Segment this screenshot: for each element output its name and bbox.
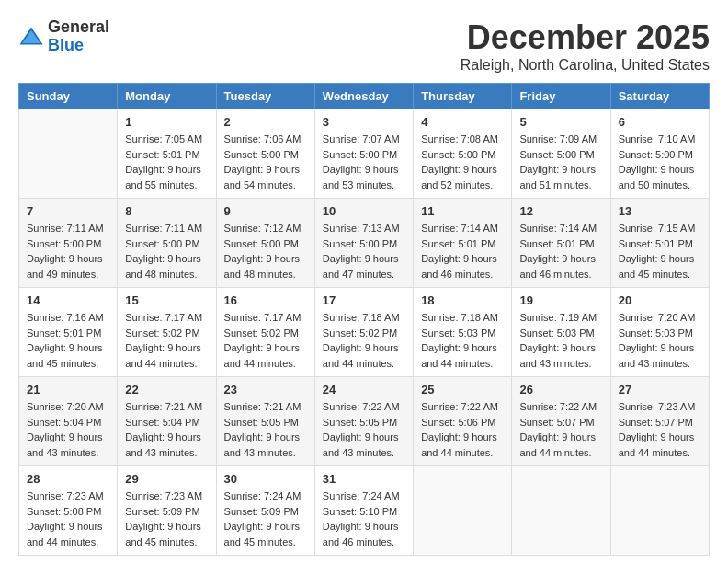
calendar-cell: 3Sunrise: 7:07 AMSunset: 5:00 PMDaylight… xyxy=(314,109,413,199)
day-of-week-header: Tuesday xyxy=(216,84,314,109)
day-of-week-header: Friday xyxy=(512,84,610,109)
calendar-cell: 5Sunrise: 7:09 AMSunset: 5:00 PMDaylight… xyxy=(512,109,610,199)
calendar-cell: 31Sunrise: 7:24 AMSunset: 5:10 PMDayligh… xyxy=(314,466,413,556)
day-info: Sunrise: 7:06 AMSunset: 5:00 PMDaylight:… xyxy=(224,132,307,192)
calendar-cell: 29Sunrise: 7:23 AMSunset: 5:09 PMDayligh… xyxy=(118,466,216,556)
day-of-week-header: Saturday xyxy=(610,84,709,109)
day-number: 13 xyxy=(619,204,701,218)
day-number: 4 xyxy=(421,115,504,129)
day-info: Sunrise: 7:20 AMSunset: 5:03 PMDaylight:… xyxy=(619,310,701,371)
day-info: Sunrise: 7:07 AMSunset: 5:00 PMDaylight:… xyxy=(323,132,405,192)
page-header: General Blue December 2025 Raleigh, Nort… xyxy=(18,18,710,74)
logo-text: General Blue xyxy=(48,18,109,55)
calendar-cell: 18Sunrise: 7:18 AMSunset: 5:03 PMDayligh… xyxy=(414,288,512,377)
days-of-week-row: SundayMondayTuesdayWednesdayThursdayFrid… xyxy=(19,84,710,109)
day-info: Sunrise: 7:10 AMSunset: 5:00 PMDaylight:… xyxy=(619,132,701,192)
day-number: 8 xyxy=(125,204,208,218)
day-number: 21 xyxy=(27,383,109,396)
logo-icon xyxy=(18,24,44,50)
day-info: Sunrise: 7:12 AMSunset: 5:00 PMDaylight:… xyxy=(224,221,307,282)
calendar-cell: 2Sunrise: 7:06 AMSunset: 5:00 PMDaylight… xyxy=(216,109,314,199)
location: Raleigh, North Carolina, United States xyxy=(461,57,710,74)
calendar-cell xyxy=(512,466,610,556)
day-number: 12 xyxy=(519,204,602,218)
day-number: 9 xyxy=(224,204,307,218)
calendar-cell: 16Sunrise: 7:17 AMSunset: 5:02 PMDayligh… xyxy=(216,288,314,377)
calendar-cell: 24Sunrise: 7:22 AMSunset: 5:05 PMDayligh… xyxy=(314,377,413,466)
calendar-cell: 11Sunrise: 7:14 AMSunset: 5:01 PMDayligh… xyxy=(414,199,512,288)
calendar-cell: 1Sunrise: 7:05 AMSunset: 5:01 PMDaylight… xyxy=(118,109,216,199)
day-info: Sunrise: 7:08 AMSunset: 5:00 PMDaylight:… xyxy=(421,132,504,192)
calendar-cell: 4Sunrise: 7:08 AMSunset: 5:00 PMDaylight… xyxy=(414,109,512,199)
day-number: 23 xyxy=(224,383,307,396)
day-info: Sunrise: 7:18 AMSunset: 5:02 PMDaylight:… xyxy=(323,310,405,371)
calendar-cell: 8Sunrise: 7:11 AMSunset: 5:00 PMDaylight… xyxy=(118,199,216,288)
day-info: Sunrise: 7:11 AMSunset: 5:00 PMDaylight:… xyxy=(125,221,208,282)
logo-blue: Blue xyxy=(48,37,109,55)
day-number: 5 xyxy=(519,115,602,129)
calendar-cell: 26Sunrise: 7:22 AMSunset: 5:07 PMDayligh… xyxy=(512,377,610,466)
calendar-cell: 13Sunrise: 7:15 AMSunset: 5:01 PMDayligh… xyxy=(610,199,709,288)
day-of-week-header: Wednesday xyxy=(314,84,413,109)
day-info: Sunrise: 7:17 AMSunset: 5:02 PMDaylight:… xyxy=(224,310,307,371)
day-of-week-header: Sunday xyxy=(19,84,118,109)
day-number: 1 xyxy=(125,115,208,129)
day-info: Sunrise: 7:14 AMSunset: 5:01 PMDaylight:… xyxy=(519,221,602,282)
calendar-cell: 10Sunrise: 7:13 AMSunset: 5:00 PMDayligh… xyxy=(314,199,413,288)
calendar-cell: 14Sunrise: 7:16 AMSunset: 5:01 PMDayligh… xyxy=(19,288,118,377)
calendar-cell: 28Sunrise: 7:23 AMSunset: 5:08 PMDayligh… xyxy=(19,466,118,556)
day-of-week-header: Thursday xyxy=(414,84,512,109)
calendar-week-row: 28Sunrise: 7:23 AMSunset: 5:08 PMDayligh… xyxy=(19,466,710,556)
calendar-cell: 25Sunrise: 7:22 AMSunset: 5:06 PMDayligh… xyxy=(414,377,512,466)
day-number: 20 xyxy=(619,293,701,307)
day-number: 31 xyxy=(323,472,405,486)
day-info: Sunrise: 7:17 AMSunset: 5:02 PMDaylight:… xyxy=(125,310,208,371)
day-number: 29 xyxy=(125,472,208,486)
calendar-body: 1Sunrise: 7:05 AMSunset: 5:01 PMDaylight… xyxy=(19,109,710,556)
calendar-cell: 9Sunrise: 7:12 AMSunset: 5:00 PMDaylight… xyxy=(216,199,314,288)
day-number: 7 xyxy=(27,204,109,218)
day-info: Sunrise: 7:21 AMSunset: 5:05 PMDaylight:… xyxy=(224,399,307,460)
calendar-cell xyxy=(610,466,709,556)
day-info: Sunrise: 7:13 AMSunset: 5:00 PMDaylight:… xyxy=(323,221,405,282)
calendar-cell: 15Sunrise: 7:17 AMSunset: 5:02 PMDayligh… xyxy=(118,288,216,377)
day-number: 3 xyxy=(323,115,405,129)
day-number: 19 xyxy=(519,293,602,307)
day-info: Sunrise: 7:23 AMSunset: 5:07 PMDaylight:… xyxy=(619,399,701,460)
day-info: Sunrise: 7:19 AMSunset: 5:03 PMDaylight:… xyxy=(519,310,602,371)
calendar-week-row: 21Sunrise: 7:20 AMSunset: 5:04 PMDayligh… xyxy=(19,377,710,466)
day-number: 28 xyxy=(27,472,109,486)
calendar-week-row: 14Sunrise: 7:16 AMSunset: 5:01 PMDayligh… xyxy=(19,288,710,377)
day-info: Sunrise: 7:23 AMSunset: 5:08 PMDaylight:… xyxy=(27,488,109,549)
day-number: 24 xyxy=(323,383,405,396)
logo-general: General xyxy=(48,18,109,37)
day-number: 11 xyxy=(421,204,504,218)
day-info: Sunrise: 7:16 AMSunset: 5:01 PMDaylight:… xyxy=(27,310,109,371)
calendar-cell: 20Sunrise: 7:20 AMSunset: 5:03 PMDayligh… xyxy=(610,288,709,377)
day-number: 6 xyxy=(619,115,701,129)
day-number: 15 xyxy=(125,293,208,307)
day-number: 18 xyxy=(421,293,504,307)
month-title: December 2025 xyxy=(461,18,710,57)
calendar-table: SundayMondayTuesdayWednesdayThursdayFrid… xyxy=(18,83,710,556)
calendar-cell: 23Sunrise: 7:21 AMSunset: 5:05 PMDayligh… xyxy=(216,377,314,466)
day-info: Sunrise: 7:21 AMSunset: 5:04 PMDaylight:… xyxy=(125,399,208,460)
day-number: 22 xyxy=(125,383,208,396)
day-number: 17 xyxy=(323,293,405,307)
calendar-cell: 22Sunrise: 7:21 AMSunset: 5:04 PMDayligh… xyxy=(118,377,216,466)
day-number: 2 xyxy=(224,115,307,129)
logo: General Blue xyxy=(18,18,109,55)
calendar-week-row: 7Sunrise: 7:11 AMSunset: 5:00 PMDaylight… xyxy=(19,199,710,288)
day-info: Sunrise: 7:23 AMSunset: 5:09 PMDaylight:… xyxy=(125,488,208,549)
day-info: Sunrise: 7:22 AMSunset: 5:07 PMDaylight:… xyxy=(519,399,602,460)
calendar-header: SundayMondayTuesdayWednesdayThursdayFrid… xyxy=(19,84,710,109)
title-block: December 2025 Raleigh, North Carolina, U… xyxy=(461,18,710,74)
day-info: Sunrise: 7:05 AMSunset: 5:01 PMDaylight:… xyxy=(125,132,208,192)
day-number: 16 xyxy=(224,293,307,307)
calendar-cell: 27Sunrise: 7:23 AMSunset: 5:07 PMDayligh… xyxy=(610,377,709,466)
day-number: 25 xyxy=(421,383,504,396)
day-info: Sunrise: 7:15 AMSunset: 5:01 PMDaylight:… xyxy=(619,221,701,282)
day-info: Sunrise: 7:18 AMSunset: 5:03 PMDaylight:… xyxy=(421,310,504,371)
day-info: Sunrise: 7:22 AMSunset: 5:05 PMDaylight:… xyxy=(323,399,405,460)
day-number: 14 xyxy=(27,293,109,307)
